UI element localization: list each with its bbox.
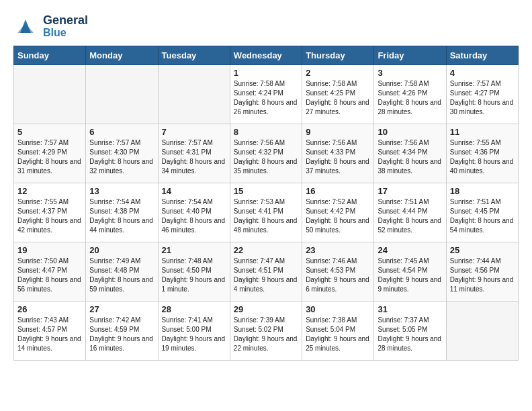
weekday-header-row: SundayMondayTuesdayWednesdayThursdayFrid… <box>14 46 519 64</box>
cell-text: Sunrise: 7:44 AMSunset: 4:56 PMDaylight:… <box>450 257 515 294</box>
calendar-cell: 5Sunrise: 7:57 AMSunset: 4:29 PMDaylight… <box>14 124 86 183</box>
day-number: 13 <box>89 186 154 196</box>
cell-text: Sunrise: 7:51 AMSunset: 4:44 PMDaylight:… <box>378 197 442 235</box>
day-number: 3 <box>378 68 442 78</box>
calendar-cell: 2Sunrise: 7:58 AMSunset: 4:25 PMDaylight… <box>302 64 374 124</box>
day-number: 9 <box>306 127 370 137</box>
calendar-cell: 19Sunrise: 7:50 AMSunset: 4:47 PMDayligh… <box>14 242 86 301</box>
cell-text: Sunrise: 7:56 AMSunset: 4:33 PMDaylight:… <box>306 138 370 176</box>
cell-text: Sunrise: 7:58 AMSunset: 4:25 PMDaylight:… <box>306 79 370 117</box>
cell-text: Sunrise: 7:57 AMSunset: 4:30 PMDaylight:… <box>89 138 154 176</box>
cell-text: Sunrise: 7:49 AMSunset: 4:48 PMDaylight:… <box>89 257 154 294</box>
calendar-cell: 18Sunrise: 7:51 AMSunset: 4:45 PMDayligh… <box>446 183 518 242</box>
day-number: 19 <box>17 245 82 255</box>
cell-text: Sunrise: 7:39 AMSunset: 5:02 PMDaylight:… <box>234 316 298 353</box>
cell-text: Sunrise: 7:51 AMSunset: 4:45 PMDaylight:… <box>450 197 515 235</box>
logo-line2: Blue <box>43 26 88 39</box>
calendar-cell: 28Sunrise: 7:41 AMSunset: 5:00 PMDayligh… <box>158 301 230 360</box>
cell-text: Sunrise: 7:52 AMSunset: 4:42 PMDaylight:… <box>306 197 370 235</box>
cell-text: Sunrise: 7:42 AMSunset: 4:59 PMDaylight:… <box>89 316 154 353</box>
cell-text: Sunrise: 7:43 AMSunset: 4:57 PMDaylight:… <box>17 316 82 353</box>
calendar-cell: 13Sunrise: 7:54 AMSunset: 4:38 PMDayligh… <box>86 183 158 242</box>
calendar-cell: 20Sunrise: 7:49 AMSunset: 4:48 PMDayligh… <box>86 242 158 301</box>
cell-text: Sunrise: 7:54 AMSunset: 4:38 PMDaylight:… <box>89 197 154 235</box>
cell-text: Sunrise: 7:55 AMSunset: 4:36 PMDaylight:… <box>450 138 515 176</box>
day-number: 30 <box>306 304 370 314</box>
day-number: 29 <box>234 304 298 314</box>
calendar-cell: 9Sunrise: 7:56 AMSunset: 4:33 PMDaylight… <box>302 124 374 183</box>
svg-marker-1 <box>17 24 34 33</box>
logo-icon <box>13 14 38 38</box>
calendar-cell: 17Sunrise: 7:51 AMSunset: 4:44 PMDayligh… <box>374 183 446 242</box>
calendar: SundayMondayTuesdayWednesdayThursdayFrid… <box>13 46 519 361</box>
cell-text: Sunrise: 7:41 AMSunset: 5:00 PMDaylight:… <box>162 316 226 353</box>
cell-text: Sunrise: 7:57 AMSunset: 4:31 PMDaylight:… <box>162 138 226 176</box>
day-number: 16 <box>306 186 370 196</box>
weekday-header-friday: Friday <box>374 46 446 64</box>
calendar-cell: 26Sunrise: 7:43 AMSunset: 4:57 PMDayligh… <box>14 301 86 360</box>
day-number: 21 <box>162 245 226 255</box>
logo: General Blue <box>13 13 88 39</box>
day-number: 28 <box>162 304 226 314</box>
day-number: 20 <box>89 245 154 255</box>
week-row-4: 19Sunrise: 7:50 AMSunset: 4:47 PMDayligh… <box>14 242 519 301</box>
day-number: 23 <box>306 245 370 255</box>
weekday-header-tuesday: Tuesday <box>158 46 230 64</box>
calendar-cell <box>158 64 230 124</box>
day-number: 2 <box>306 68 370 78</box>
calendar-cell <box>446 301 518 360</box>
cell-text: Sunrise: 7:45 AMSunset: 4:54 PMDaylight:… <box>378 257 442 294</box>
week-row-3: 12Sunrise: 7:55 AMSunset: 4:37 PMDayligh… <box>14 183 519 242</box>
day-number: 8 <box>234 127 298 137</box>
day-number: 25 <box>450 245 515 255</box>
cell-text: Sunrise: 7:56 AMSunset: 4:34 PMDaylight:… <box>378 138 442 176</box>
day-number: 4 <box>450 68 515 78</box>
weekday-header-monday: Monday <box>86 46 158 64</box>
day-number: 11 <box>450 127 515 137</box>
cell-text: Sunrise: 7:50 AMSunset: 4:47 PMDaylight:… <box>17 257 82 294</box>
cell-text: Sunrise: 7:47 AMSunset: 4:51 PMDaylight:… <box>234 257 298 294</box>
calendar-cell: 8Sunrise: 7:56 AMSunset: 4:32 PMDaylight… <box>230 124 302 183</box>
calendar-cell: 16Sunrise: 7:52 AMSunset: 4:42 PMDayligh… <box>302 183 374 242</box>
day-number: 7 <box>162 127 226 137</box>
day-number: 1 <box>234 68 298 78</box>
calendar-cell: 29Sunrise: 7:39 AMSunset: 5:02 PMDayligh… <box>230 301 302 360</box>
day-number: 6 <box>89 127 154 137</box>
day-number: 24 <box>378 245 442 255</box>
week-row-1: 1Sunrise: 7:58 AMSunset: 4:24 PMDaylight… <box>14 64 519 124</box>
cell-text: Sunrise: 7:58 AMSunset: 4:26 PMDaylight:… <box>378 79 442 117</box>
calendar-cell: 6Sunrise: 7:57 AMSunset: 4:30 PMDaylight… <box>86 124 158 183</box>
day-number: 14 <box>162 186 226 196</box>
calendar-cell <box>86 64 158 124</box>
day-number: 31 <box>378 304 442 314</box>
day-number: 27 <box>89 304 154 314</box>
calendar-cell: 31Sunrise: 7:37 AMSunset: 5:05 PMDayligh… <box>374 301 446 360</box>
weekday-header-wednesday: Wednesday <box>230 46 302 64</box>
calendar-cell <box>14 64 86 124</box>
weekday-header-saturday: Saturday <box>446 46 518 64</box>
header: General Blue <box>13 13 519 39</box>
calendar-cell: 1Sunrise: 7:58 AMSunset: 4:24 PMDaylight… <box>230 64 302 124</box>
cell-text: Sunrise: 7:46 AMSunset: 4:53 PMDaylight:… <box>306 257 370 294</box>
cell-text: Sunrise: 7:57 AMSunset: 4:27 PMDaylight:… <box>450 79 515 117</box>
day-number: 22 <box>234 245 298 255</box>
calendar-cell: 3Sunrise: 7:58 AMSunset: 4:26 PMDaylight… <box>374 64 446 124</box>
cell-text: Sunrise: 7:58 AMSunset: 4:24 PMDaylight:… <box>234 79 298 117</box>
cell-text: Sunrise: 7:54 AMSunset: 4:40 PMDaylight:… <box>162 197 226 235</box>
calendar-cell: 25Sunrise: 7:44 AMSunset: 4:56 PMDayligh… <box>446 242 518 301</box>
calendar-cell: 22Sunrise: 7:47 AMSunset: 4:51 PMDayligh… <box>230 242 302 301</box>
weekday-header-sunday: Sunday <box>14 46 86 64</box>
day-number: 12 <box>17 186 82 196</box>
weekday-header-thursday: Thursday <box>302 46 374 64</box>
calendar-cell: 4Sunrise: 7:57 AMSunset: 4:27 PMDaylight… <box>446 64 518 124</box>
cell-text: Sunrise: 7:37 AMSunset: 5:05 PMDaylight:… <box>378 316 442 353</box>
calendar-cell: 12Sunrise: 7:55 AMSunset: 4:37 PMDayligh… <box>14 183 86 242</box>
day-number: 15 <box>234 186 298 196</box>
calendar-cell: 14Sunrise: 7:54 AMSunset: 4:40 PMDayligh… <box>158 183 230 242</box>
calendar-cell: 11Sunrise: 7:55 AMSunset: 4:36 PMDayligh… <box>446 124 518 183</box>
calendar-cell: 10Sunrise: 7:56 AMSunset: 4:34 PMDayligh… <box>374 124 446 183</box>
cell-text: Sunrise: 7:38 AMSunset: 5:04 PMDaylight:… <box>306 316 370 353</box>
day-number: 5 <box>17 127 82 137</box>
calendar-cell: 30Sunrise: 7:38 AMSunset: 5:04 PMDayligh… <box>302 301 374 360</box>
cell-text: Sunrise: 7:53 AMSunset: 4:41 PMDaylight:… <box>234 197 298 235</box>
